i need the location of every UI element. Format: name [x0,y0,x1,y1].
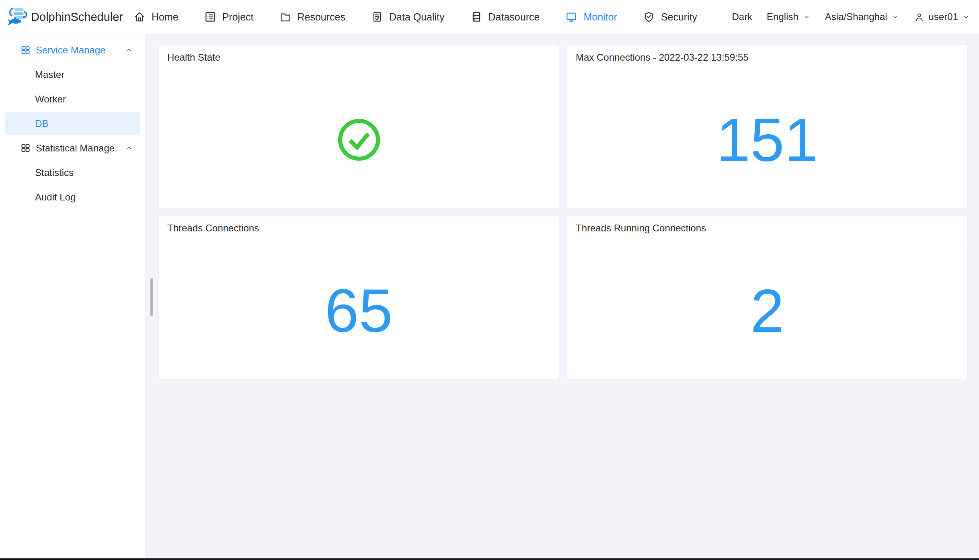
home-icon [133,11,146,23]
chevron-down-icon [891,13,899,21]
sidebar-item-label: Master [35,69,64,80]
nav-item-datasource[interactable]: Datasource [470,11,540,23]
sidebar: Service Manage Master Worker DB Statisti… [0,35,146,558]
card-title: Health State [167,52,220,63]
card-title: Max Connections - 2022-03-22 13:59:55 [576,52,749,63]
sidebar-group-label: Statistical Manage [36,143,115,154]
health-state-card: Health State [158,45,559,208]
sidebar-item-label: Statistics [35,167,74,178]
card-header: Threads Running Connections [567,216,967,241]
brand-name: DolphinScheduler [31,10,123,24]
card-body: 65 [159,241,559,379]
chevron-up-icon [125,46,133,54]
card-body [159,70,559,208]
sidebar-item-audit-log[interactable]: Audit Log [5,186,140,208]
card-body: 151 [567,70,967,208]
monitor-icon [565,11,577,23]
sidebar-item-master[interactable]: Master [5,63,140,86]
nav-label: Project [222,11,254,23]
stat-value: 65 [325,280,393,341]
brand[interactable]: DolphinScheduler [6,2,123,32]
nav-label: Security [661,11,697,23]
nav-item-resources[interactable]: Resources [279,11,346,23]
username-label: user01 [929,11,958,22]
folder-icon [279,11,291,23]
theme-toggle-button[interactable]: Dark [732,11,752,22]
sidebar-item-label: DB [35,118,48,129]
sidebar-group-label: Service Manage [36,45,105,56]
user-menu[interactable]: user01 [914,11,970,22]
nav-label: Monitor [583,11,617,23]
max-connections-card: Max Connections - 2022-03-22 13:59:55 15… [567,45,968,208]
sidebar-scrollbar-thumb[interactable] [150,278,153,316]
monitor-card-grid: Health State Max Connections - 2022-03-2… [158,45,968,379]
card-header: Health State [159,45,559,70]
card-title: Threads Running Connections [576,223,706,234]
project-icon [204,11,216,23]
card-title: Threads Connections [167,223,259,234]
top-navbar: DolphinScheduler Home Project [0,0,979,34]
data-quality-icon [371,11,383,23]
chevron-down-icon [962,13,970,21]
sidebar-item-worker[interactable]: Worker [5,88,140,110]
timezone-label: Asia/Shanghai [825,11,887,22]
nav-item-project[interactable]: Project [204,11,254,23]
nav-label: Data Quality [389,11,445,23]
datasource-icon [470,11,482,23]
card-body: 2 [567,241,967,379]
sidebar-item-label: Audit Log [35,192,76,203]
language-select[interactable]: English [767,11,811,22]
nav-label: Home [152,11,179,23]
bottom-edge-bar [0,558,979,560]
shield-check-icon [643,11,655,23]
threads-connections-card: Threads Connections 65 [158,215,559,379]
sidebar-group-service-manage[interactable]: Service Manage [5,39,140,61]
language-label: English [767,11,798,22]
grid-icon [20,45,31,55]
grid-icon [20,143,31,153]
sidebar-item-statistics[interactable]: Statistics [5,161,140,184]
card-header: Max Connections - 2022-03-22 13:59:55 [567,45,967,70]
nav-item-data-quality[interactable]: Data Quality [371,11,445,23]
top-nav: Home Project Resources [133,11,697,23]
nav-item-security[interactable]: Security [643,11,697,23]
sidebar-group-statistical-manage[interactable]: Statistical Manage [5,137,140,159]
stat-value: 2 [750,280,784,341]
threads-running-connections-card: Threads Running Connections 2 [567,215,968,379]
sidebar-item-label: Worker [35,94,66,105]
main-content: Health State Max Connections - 2022-03-2… [146,35,979,558]
card-header: Threads Connections [159,216,559,241]
nav-label: Datasource [488,11,540,23]
nav-item-home[interactable]: Home [133,11,179,23]
dolphinscheduler-logo-icon [6,2,30,32]
stat-value: 151 [716,109,819,170]
chevron-down-icon [802,13,811,21]
nav-item-monitor[interactable]: Monitor [565,11,617,23]
timezone-select[interactable]: Asia/Shanghai [825,11,899,22]
user-icon [914,12,925,22]
chevron-up-icon [125,144,133,152]
sidebar-item-db[interactable]: DB [5,112,140,135]
check-circle-icon [337,117,382,162]
nav-label: Resources [298,11,346,23]
topbar-right: Dark English Asia/Shanghai user01 [732,11,970,22]
